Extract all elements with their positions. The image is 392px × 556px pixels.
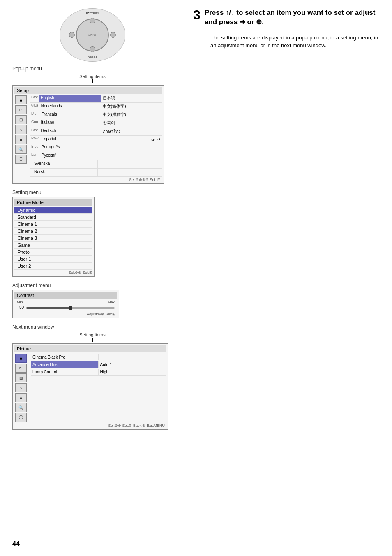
page-number: 44 (12, 540, 20, 548)
popup-lang-ru[interactable]: Русский (40, 152, 101, 160)
popup-lang-fr[interactable]: Français (40, 111, 101, 119)
popup-row-1: Stat English 日本語 (30, 95, 162, 103)
popup-icons-column: ■ R. ⊞ ⌂ ≡ 🔍 ⓘ (14, 95, 30, 177)
next-menu-content: ■ R. ⊞ ⌂ ≡ 🔍 ⓘ Cinema Black Pro Advanced… (14, 353, 166, 423)
popup-lang-th[interactable]: ภาษาไทย (101, 127, 162, 135)
popup-menu-label: Pop-up menu (12, 66, 173, 72)
popup-col1-pow: Pow (30, 136, 40, 144)
popup-lang-zh-s[interactable]: 中文(简体字) (101, 103, 162, 111)
pattern-label: PATTERN (86, 12, 99, 15)
adj-min-label: Min (17, 300, 23, 304)
popup-menu-footer: Sel:⊕⊕⊕⊕ Set: ⊞ (14, 177, 162, 182)
popup-menu-section: Pop-up menu Setting items Setup ■ R. ⊞ ⌂… (12, 66, 173, 184)
adjustment-menu-section: Adjustment menu Contrast Min Max 50 Adju… (12, 283, 173, 318)
adjustment-menu-box: Contrast Min Max 50 Adjust:⊕⊕ Set:⊞ (12, 290, 119, 318)
popup-lang-english[interactable]: English (39, 95, 101, 102)
step3-heading-text: Press ↑/↓ to select an item you want to … (205, 8, 382, 27)
popup-lang-es[interactable]: Español (40, 136, 101, 144)
popup-lang-sv[interactable]: Svenska (32, 160, 98, 168)
adj-max-label: Max (108, 300, 115, 304)
popup-setting-items-line (92, 79, 93, 83)
popup-icon-6[interactable]: 🔍 (15, 145, 27, 154)
popup-row-10: Norsk (30, 169, 162, 177)
popup-row-8: Lam Русский (30, 152, 162, 160)
step3-body: The setting items are displayed in a pop… (210, 34, 382, 50)
setting-menu-item-dynamic[interactable]: Dynamic (14, 207, 92, 214)
popup-lang-ar[interactable]: عربي (101, 136, 162, 144)
setting-menu-item-cinema3[interactable]: Cinema 3 (14, 235, 92, 242)
popup-row-7: Inpu Português (30, 144, 162, 152)
next-menu-cell-auto1[interactable]: Auto 1 (99, 361, 166, 368)
setting-menu-item-user2[interactable]: User 2 (14, 263, 92, 270)
next-menu-cell-high[interactable]: High (99, 369, 166, 375)
popup-menu-header: Setup (14, 87, 162, 94)
setting-menu-box: Picture Mode Dynamic Standard Cinema 1 C… (12, 197, 95, 277)
popup-menu-box: Setup ■ R. ⊞ ⌂ ≡ 🔍 ⓘ Stat Engli (12, 85, 164, 184)
remote-image: PATTERN RESET MENU (60, 8, 125, 62)
step3-heading-row: 3 Press ↑/↓ to select an item you want t… (193, 8, 382, 27)
popup-icon-7[interactable]: ⓘ (15, 155, 27, 164)
remote-btn-top[interactable] (90, 18, 95, 23)
popup-setting-items-label: Setting items (79, 74, 106, 79)
popup-lang-no[interactable]: Norsk (32, 169, 98, 176)
next-menu-spacer (31, 376, 166, 409)
next-menu-cell-lamp[interactable]: Lamp Control (31, 369, 99, 375)
next-menu-icon-1[interactable]: ■ (15, 354, 27, 363)
adj-slider-track[interactable] (26, 307, 115, 309)
popup-lang-de[interactable]: Deutsch (39, 127, 101, 135)
next-menu-icons-column: ■ R. ⊞ ⌂ ≡ 🔍 ⓘ (14, 353, 30, 423)
next-menu-cell-1b (99, 357, 166, 358)
remote-btn-right[interactable] (110, 32, 116, 38)
step3-number: 3 (193, 8, 201, 21)
next-menu-header: Picture (14, 345, 166, 352)
setting-menu-item-photo[interactable]: Photo (14, 249, 92, 256)
popup-icon-2[interactable]: R. (15, 105, 27, 114)
next-menu-icon-5[interactable]: ≡ (15, 393, 27, 402)
or-text: or (247, 18, 254, 26)
popup-menu-main: Stat English 日本語 ®La Nederlands 中文(简体字) … (30, 95, 162, 177)
popup-setting-items-label-container: Setting items (12, 73, 173, 83)
setting-menu-item-game[interactable]: Game (14, 242, 92, 249)
popup-lang-it[interactable]: Italiano (39, 119, 101, 127)
next-menu-cell-cinema[interactable]: Cinema Black Pro (31, 354, 99, 360)
popup-lang-jp[interactable]: 日本語 (101, 95, 163, 102)
popup-lang-zh-t[interactable]: 中文(漢體字) (101, 111, 162, 119)
next-menu-icon-6[interactable]: 🔍 (15, 403, 27, 412)
adj-slider-fill (26, 307, 70, 309)
next-menu-icon-3[interactable]: ⊞ (15, 373, 27, 382)
popup-icon-3[interactable]: ⊞ (15, 115, 27, 124)
popup-menu-content: ■ R. ⊞ ⌂ ≡ 🔍 ⓘ Stat English 日本語 (14, 95, 162, 177)
next-menu-cell-iris[interactable]: Advanced Iris (31, 361, 99, 368)
remote-btn-left[interactable] (69, 32, 75, 38)
popup-row-5: Star Deutsch ภาษาไทย (30, 127, 162, 136)
setting-menu-header: Picture Mode (14, 199, 92, 206)
popup-icon-1[interactable]: ■ (15, 95, 27, 104)
popup-icon-4[interactable]: ⌂ (15, 125, 27, 134)
popup-lang-nl[interactable]: Nederlands (39, 103, 101, 111)
remote-btn-bottom[interactable] (90, 46, 95, 52)
setting-menu-item-cinema1[interactable]: Cinema 1 (14, 221, 92, 228)
next-menu-icon-4[interactable]: ⌂ (15, 383, 27, 392)
setting-menu-section: Setting menu Picture Mode Dynamic Standa… (12, 190, 173, 277)
popup-icon-5[interactable]: ≡ (15, 135, 27, 144)
popup-lang-empty2 (101, 152, 162, 160)
setting-menu-item-user1[interactable]: User 1 (14, 256, 92, 263)
popup-col1-la: ®La (30, 103, 39, 111)
popup-lang-ko[interactable]: 한국어 (101, 119, 162, 127)
next-menu-row-1: Cinema Black Pro (31, 354, 166, 361)
next-menu-icon-7[interactable]: ⓘ (15, 413, 27, 422)
next-setting-items-label: Setting items (79, 332, 106, 337)
setting-menu-footer: Sel:⊕⊕ Set:⊞ (14, 270, 92, 275)
popup-lang-pt[interactable]: Português (40, 144, 101, 152)
popup-col1-lam: Lam (30, 152, 40, 160)
adj-slider-thumb[interactable] (69, 306, 72, 310)
popup-col1-men: Men (30, 111, 40, 119)
next-menu-icon-2[interactable]: R. (15, 364, 27, 373)
reset-label: RESET (88, 55, 97, 58)
popup-row-9: Svenska (30, 160, 162, 169)
adj-slider-row: 50 (14, 304, 117, 311)
remote-image-container: PATTERN RESET MENU (12, 8, 173, 62)
setting-menu-item-cinema2[interactable]: Cinema 2 (14, 228, 92, 235)
setting-menu-item-standard[interactable]: Standard (14, 214, 92, 221)
adj-menu-header: Contrast (14, 292, 117, 299)
